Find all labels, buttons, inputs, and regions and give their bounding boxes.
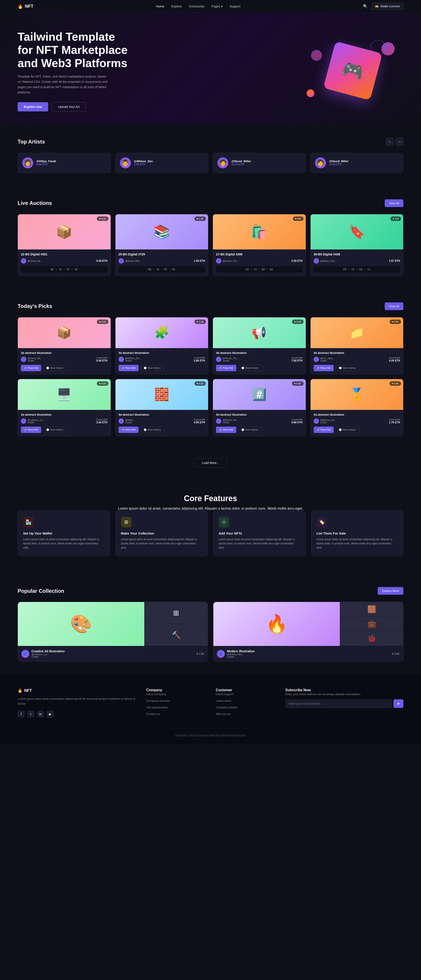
auction-title: 27-Bit Digital #395 [216, 253, 303, 256]
place-bid-button[interactable]: ⚡ Place Bid [216, 365, 236, 371]
pick-price-info: Current Bid 2.85 ETH [194, 357, 205, 362]
place-bid-button[interactable]: ⚡ Place Bid [118, 365, 139, 371]
footer-customer-link[interactable]: Who we are [216, 712, 231, 716]
pick-creator-name: @Narlo... [125, 419, 136, 421]
artist-info: @Devid_Miller 14.55 ETH [231, 159, 251, 166]
place-bid-button[interactable]: ⚡ Place Bid [21, 365, 41, 371]
explore-more-button[interactable]: Explore More [378, 587, 403, 595]
collection-creator-info: Creative 3d illustration @Larkium_Lui...… [32, 649, 65, 658]
pick-title: 3d abstract illustration [118, 351, 205, 355]
pick-title: 3d abstract illustration [314, 351, 400, 355]
pick-creator-name: @Devid_Mi... [27, 357, 42, 360]
pick-creator: 👤 @Lathom_Lui... creator [21, 418, 45, 424]
pick-creator-label: creator [27, 421, 45, 424]
footer-company-link[interactable]: Company services [146, 699, 170, 702]
collection-creator-role: Creator [32, 655, 65, 658]
artist-card[interactable]: 👩 @Hillya_Farah 9.69 ETH [18, 153, 111, 173]
view-history-button[interactable]: 🕐 View History [238, 426, 262, 433]
nav-explore[interactable]: Explore [171, 5, 182, 8]
feature-card: 🏪 Set Up Your Wallet Lorem ipsum dolor s… [18, 511, 110, 557]
pages-arrow-icon: ▾ [221, 5, 223, 8]
pick-info: 3d abstract illustration 👤 @Lathom_Lui..… [18, 410, 111, 436]
feature-title: Add Your NFTs [218, 531, 300, 535]
footer-customer-link[interactable]: Client support [216, 692, 233, 696]
place-bid-button[interactable]: ⚡ Place Bid [21, 426, 41, 433]
subscribe-button[interactable]: ➤ [394, 699, 403, 708]
artist-card[interactable]: 👨 @Wilium_Dev 2.09 ETH [115, 153, 209, 173]
auction-eth-price: 1.57 ETH [389, 259, 400, 262]
subscribe-email-input[interactable] [285, 699, 392, 708]
view-history-button[interactable]: 🕐 View History [140, 365, 164, 371]
creator-name: @Hillya_Cha... [320, 259, 336, 262]
wallet-connect-button[interactable]: 💳 Wallet Connect [371, 3, 403, 10]
place-bid-button[interactable]: ⚡ Place Bid [314, 426, 334, 433]
footer-subscribe-description: Enter your email address for receiving v… [285, 692, 403, 697]
feature-title: Set Up Your Wallet [23, 531, 105, 535]
pick-eth-price: 4.55 ETH [194, 421, 205, 424]
creator-avatar: 👤 [216, 258, 221, 264]
social-youtube-icon[interactable]: ▶ [47, 711, 54, 718]
social-twitter-icon[interactable]: t [27, 711, 34, 718]
pick-card: 🧩 ♥ 1.6K 3d abstract illustration 👤 @Wil… [115, 317, 209, 374]
pick-image: #️⃣ ♥ 4.6K [213, 379, 306, 410]
pick-info: 3d abstract illustration 👤 @Nicols_Tro..… [213, 348, 306, 374]
nav-links: Home Explore Community Pages ▾ Support [156, 5, 240, 8]
nav-home[interactable]: Home [156, 5, 164, 8]
collection-grid: 🎨 ⊞🔨 👤 Creative 3d illustration @Larkium… [18, 602, 403, 662]
social-facebook-icon[interactable]: f [18, 711, 25, 718]
todays-picks-view-all-button[interactable]: View All [385, 302, 403, 310]
artist-card[interactable]: 🧑 @Devid_Miller 14.55 ETH [213, 153, 306, 173]
nav-support[interactable]: Support [230, 5, 241, 8]
upload-art-button[interactable]: Upload Your Art [52, 102, 86, 111]
collection-creator-info: Modern illustration @Andrio_Hev... Creat… [227, 649, 255, 658]
auction-nft-thumb: 📚 [115, 214, 208, 250]
footer-customer-link[interactable]: Latest news [216, 699, 231, 702]
subscribe-input-wrapper: ➤ [285, 699, 403, 708]
artist-eth: 2.09 ETH [134, 163, 153, 166]
features-grid: 🏪 Set Up Your Wallet Lorem ipsum dolor s… [18, 511, 403, 557]
feature-icon: 🏷️ [317, 517, 327, 527]
view-history-button[interactable]: 🕐 View History [335, 365, 359, 371]
view-history-button[interactable]: 🕐 View History [43, 426, 67, 433]
view-history-button[interactable]: 🕐 View History [238, 365, 262, 371]
footer-subscribe-col: Subscribe Now Enter your email address f… [285, 688, 403, 718]
feature-icon: ⊞ [121, 517, 132, 527]
collection-likes: ♥ 1.6K [196, 652, 204, 655]
collection-name: Creative 3d illustration [32, 649, 65, 653]
auction-like-badge: ♥ 1.6K [195, 216, 206, 221]
auction-eth-price: 3.25 ETH [292, 259, 303, 262]
artists-prev-button[interactable]: ← [386, 138, 394, 146]
nav-community[interactable]: Community [189, 5, 204, 8]
place-bid-button[interactable]: ⚡ Place Bid [216, 426, 236, 433]
pick-image: 🏅 ♥ 4.6K [311, 379, 403, 410]
footer-customer-link[interactable]: Company Details [216, 706, 238, 709]
place-bid-button[interactable]: ⚡ Place Bid [118, 426, 139, 433]
live-auctions-view-all-button[interactable]: View All [385, 199, 403, 207]
artists-next-button[interactable]: → [395, 138, 403, 146]
explore-now-button[interactable]: Explore now [18, 102, 48, 111]
artists-nav-arrows: ← → [386, 138, 403, 146]
pick-price-info: Current Bid 7.92 ETH [292, 357, 303, 362]
collection-side-image: 🟫 [340, 602, 403, 617]
nav-pages[interactable]: Pages ▾ [211, 5, 223, 8]
live-auctions-section: Live Auctions View All 📦 ♥ 4.6K 22-Bit D… [0, 186, 421, 289]
place-bid-button[interactable]: ⚡ Place Bid [314, 365, 334, 371]
view-history-button[interactable]: 🕐 View History [43, 365, 67, 371]
search-icon[interactable]: 🔍 [363, 4, 368, 9]
footer-logo-icon: 🔥 [18, 688, 22, 693]
footer-company-link[interactable]: Job opportunities [146, 706, 168, 709]
footer-company-link[interactable]: About company [146, 692, 166, 696]
collection-creator: 👤 Creative 3d illustration @Larkium_Lui.… [21, 649, 65, 658]
load-more-button[interactable]: Load More... [194, 458, 227, 468]
artist-card[interactable]: 🧑 @Devid_Miller 14.55 ETH [310, 153, 403, 173]
social-linkedin-icon[interactable]: in [37, 711, 44, 718]
view-history-button[interactable]: 🕐 View History [140, 426, 164, 433]
auctions-grid: 📦 ♥ 4.6K 22-Bit Digital #551 👤 @Devid_Mi… [18, 214, 403, 276]
view-history-button[interactable]: 🕐 View History [335, 426, 359, 433]
nav-logo[interactable]: 🔥 NFT [18, 4, 33, 9]
feature-title: Make Your Collection [121, 531, 203, 535]
pick-price-info: Current Bid 3.34 ETH [96, 418, 108, 424]
footer-company-link[interactable]: Contact us [146, 712, 160, 716]
pick-creator-info: @Mariya_Ho... creator [320, 419, 336, 424]
top-artists-section: Top Artists ← → 👩 @Hillya_Farah 9.69 ETH… [0, 125, 421, 186]
